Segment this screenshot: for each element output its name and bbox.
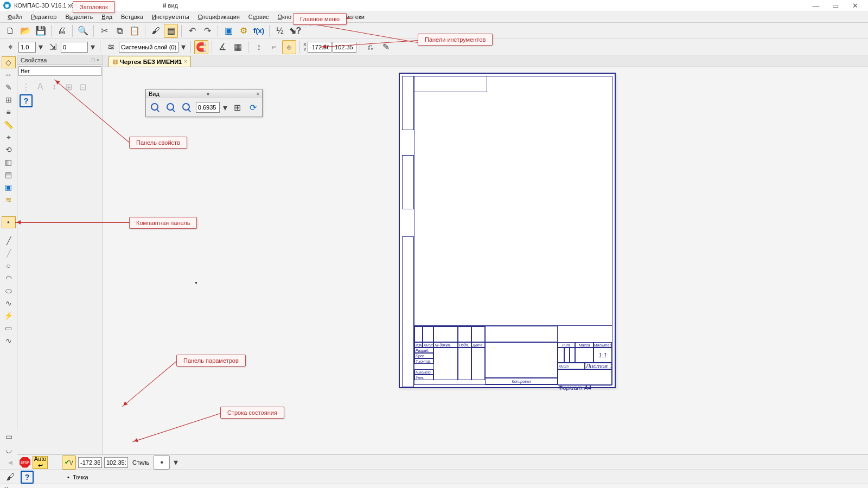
manager-button[interactable]: ▣	[221, 24, 235, 38]
step-dropdown[interactable]: ▾	[89, 40, 97, 54]
misc1-button[interactable]: ⎌	[363, 40, 378, 54]
angle-snap-button[interactable]: ∡	[215, 40, 229, 54]
step-input[interactable]	[61, 42, 88, 53]
prop-icon-5[interactable]: ⊡	[76, 80, 89, 93]
left-bottom-tools: ▭ ◡	[0, 431, 17, 458]
undo-button[interactable]: ↶	[185, 24, 199, 38]
paste-button[interactable]: 📋	[127, 24, 142, 38]
point-tool[interactable]: •	[2, 216, 16, 228]
zoom-fit-button[interactable]: ⊞	[230, 100, 244, 114]
ortho-button[interactable]: ↕	[252, 40, 266, 54]
aux-line-tool[interactable]: ╱	[2, 247, 16, 259]
lib-tab[interactable]: ≋	[2, 194, 16, 206]
variables-button[interactable]: ⚙	[237, 24, 251, 38]
menu-edit[interactable]: Редактор	[27, 12, 61, 21]
save-button[interactable]: 💾	[34, 24, 48, 38]
copy-button[interactable]: ⧉	[112, 24, 126, 38]
style-point[interactable]: •	[154, 455, 170, 470]
frame-tool[interactable]: ▭	[2, 431, 16, 442]
redo-button[interactable]: ↷	[200, 24, 214, 38]
cut-button[interactable]: ✂	[97, 24, 111, 38]
rect-tool[interactable]: ▭	[2, 322, 16, 334]
zoom-input[interactable]	[196, 102, 220, 113]
arc-tool-2[interactable]: ◡	[2, 444, 16, 455]
zoom-out-button[interactable]	[164, 100, 177, 114]
view-panel-dropdown[interactable]: ▾	[207, 91, 209, 97]
line-tool[interactable]: ╱	[2, 235, 16, 247]
zoom-dropdown[interactable]: ▾	[222, 100, 228, 114]
measure-tab[interactable]: 📏	[2, 119, 16, 131]
view-panel-close[interactable]: ×	[256, 91, 259, 97]
properties-object-select[interactable]	[18, 66, 101, 76]
circle-tool[interactable]: ○	[2, 260, 16, 272]
properties-pin[interactable]: ⊓ ×	[91, 57, 99, 63]
fraction-button[interactable]: ½	[273, 24, 287, 38]
spec-tab[interactable]: ▥	[2, 156, 16, 168]
style-dropdown[interactable]: ▾	[172, 455, 180, 470]
param-x[interactable]	[78, 457, 102, 468]
param-y[interactable]	[104, 457, 128, 468]
refresh-button[interactable]: ⟳	[246, 100, 260, 114]
polyline-tool[interactable]: ⚡	[2, 310, 16, 322]
maximize-button[interactable]: ▭	[826, 1, 845, 10]
edit-tab[interactable]: ⊞	[2, 94, 16, 106]
style-button[interactable]: 🖌	[149, 24, 163, 38]
scale-dropdown[interactable]: ▾	[37, 40, 44, 54]
layer-select[interactable]	[119, 42, 178, 53]
drawing-viewport[interactable]: Изм Лист № докум. Подп. Дата Разраб. Про…	[103, 67, 868, 454]
arc-tool[interactable]: ◠	[2, 272, 16, 284]
zoom-in-button[interactable]	[148, 100, 162, 114]
check-v-button[interactable]: ✔V	[62, 455, 76, 470]
menu-view[interactable]: Вид	[97, 12, 117, 21]
stop-button[interactable]: STOP	[20, 457, 30, 468]
round-button[interactable]: ⟐	[282, 40, 296, 54]
symbols-tab[interactable]: ✎	[2, 81, 16, 93]
fx-button[interactable]: f(x)	[252, 24, 266, 38]
grid-button[interactable]: ▦	[231, 40, 245, 54]
zoom-window-button[interactable]	[180, 100, 194, 114]
menu-tools[interactable]: Инструменты	[148, 12, 194, 21]
menu-file[interactable]: Файл	[3, 12, 27, 21]
local-cs-button[interactable]: ⌐	[267, 40, 281, 54]
view-panel-header[interactable]: Вид ▾ ×	[146, 89, 262, 98]
prop-help-button[interactable]: ?	[20, 94, 33, 107]
properties-button[interactable]: ▤	[164, 24, 178, 38]
context-help-button[interactable]: ⬊?	[288, 24, 302, 38]
magnet-button[interactable]: 🧲	[194, 40, 208, 54]
step-button[interactable]: ⇲	[46, 40, 60, 54]
document-tab[interactable]: ▥ Чертеж БЕЗ ИМЕНИ1 ×	[108, 56, 191, 67]
callout-title: Заголовок	[73, 1, 115, 13]
close-button[interactable]: ✕	[845, 1, 865, 10]
layer-icon[interactable]: ≋	[104, 40, 118, 54]
menu-select[interactable]: Выделить	[61, 12, 97, 21]
select-tab[interactable]: ⌖	[2, 131, 16, 143]
insert-tab[interactable]: ▣	[2, 181, 16, 193]
prop-icon-2[interactable]: A	[34, 80, 47, 93]
open-button[interactable]: 📂	[18, 24, 33, 38]
preview-button[interactable]: 🔍	[76, 24, 90, 38]
y-readout[interactable]	[333, 42, 356, 53]
minimize-button[interactable]: —	[806, 1, 826, 10]
ellipse-tool[interactable]: ⬭	[2, 285, 16, 297]
param-tab[interactable]: ≡	[2, 106, 16, 118]
assoc-tab[interactable]: ⟲	[2, 144, 16, 156]
report-tab[interactable]: ▤	[2, 169, 16, 181]
menu-insert[interactable]: Вставка	[117, 12, 148, 21]
new-button[interactable]: 🗋	[3, 24, 17, 38]
menu-service[interactable]: Сервис	[244, 12, 273, 21]
brush-icon[interactable]: 🖌	[3, 470, 17, 484]
dim-tab[interactable]: ↔	[2, 69, 16, 81]
tab-close-icon[interactable]: ×	[184, 59, 187, 65]
aux-help-button[interactable]: ?	[21, 471, 34, 484]
geometry-tab[interactable]: ◇	[2, 56, 16, 68]
view-panel[interactable]: Вид ▾ × ▾ ⊞ ⟳	[145, 89, 263, 117]
spline-tool[interactable]: ∿	[2, 297, 16, 309]
multiline-tool[interactable]: ∿	[2, 335, 16, 346]
menu-spec[interactable]: Спецификация	[194, 12, 244, 21]
auto-button[interactable]: Auto↩	[33, 456, 48, 469]
layer-dropdown[interactable]: ▾	[180, 40, 187, 54]
prop-icon-1[interactable]: ⋮	[20, 80, 33, 93]
scale-input[interactable]	[18, 42, 36, 53]
snap-point-button[interactable]: ⌖	[3, 40, 17, 54]
print-button[interactable]: 🖨	[55, 24, 69, 38]
